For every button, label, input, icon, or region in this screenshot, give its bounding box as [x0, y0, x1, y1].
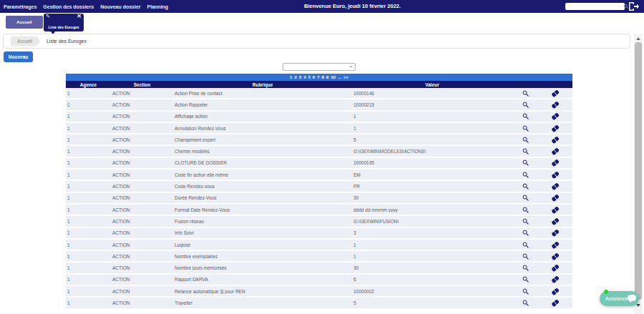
erase-row-button[interactable]: [538, 206, 572, 214]
view-row-button[interactable]: [512, 90, 538, 97]
scrollbar-thumb[interactable]: [635, 42, 642, 300]
view-row-button[interactable]: [512, 195, 538, 201]
view-row-button[interactable]: [512, 230, 538, 236]
view-row-button[interactable]: [512, 288, 538, 295]
view-row-button[interactable]: [512, 148, 538, 154]
cell-valeur: 10000002: [352, 289, 512, 294]
cell-agence: 1: [66, 289, 111, 294]
erase-row-button[interactable]: [538, 299, 572, 307]
view-row-button[interactable]: [512, 125, 538, 132]
page-link[interactable]: 10: [331, 74, 336, 81]
page-link[interactable]: 1: [290, 74, 292, 81]
erase-row-button[interactable]: [538, 194, 572, 202]
erase-row-button[interactable]: [538, 171, 572, 179]
erase-row-button[interactable]: [538, 275, 572, 283]
page-link[interactable]: 6: [313, 74, 315, 81]
erase-row-button[interactable]: [538, 159, 572, 167]
erase-row-button[interactable]: [538, 241, 572, 249]
cell-agence: 1: [66, 230, 111, 235]
table-row: 1 ACTION Action Prise de contact 1000014…: [66, 88, 572, 98]
erase-row-button[interactable]: [538, 229, 572, 237]
page-link[interactable]: 7: [317, 74, 319, 81]
magnifier-icon: [522, 102, 529, 108]
table-header: Agence Section Rubrique Valeur: [66, 81, 572, 88]
view-row-button[interactable]: [512, 183, 538, 190]
cell-rubrique: Action Rappeler: [173, 102, 352, 107]
magnifier-icon: [522, 172, 529, 178]
scroll-down-arrow-icon[interactable]: [636, 304, 640, 307]
erase-row-button[interactable]: [538, 217, 572, 225]
col-header-section: Section: [111, 82, 173, 87]
menu-planning[interactable]: Planning: [147, 4, 169, 9]
page-link[interactable]: 2: [294, 74, 296, 81]
page-link[interactable]: 4: [303, 74, 306, 81]
table-row: 1 ACTION Nombre jours mémorisés 30: [66, 263, 572, 273]
table-row: 1 ACTION Nombre exemplaires 1: [66, 251, 572, 261]
erase-row-button[interactable]: [538, 136, 572, 144]
view-row-button[interactable]: [512, 218, 538, 225]
view-row-button[interactable]: [512, 137, 538, 143]
table-row: 1 ACTION Code fin action elle même EM: [66, 170, 572, 180]
cell-valeur: 6: [352, 277, 512, 282]
view-row-button[interactable]: [512, 253, 538, 260]
page-link[interactable]: ...: [338, 74, 341, 81]
new-button[interactable]: Nouveau: [4, 51, 33, 62]
erase-row-button[interactable]: [538, 89, 572, 97]
cell-agence: 1: [66, 195, 111, 200]
chevron-down-icon: ⌄: [348, 63, 353, 69]
magnifier-icon: [522, 183, 529, 190]
erase-row-button[interactable]: [538, 112, 572, 120]
cell-rubrique: CLOTURE DE DOSSIER: [173, 160, 352, 165]
close-tab-icon[interactable]: ✕: [77, 13, 82, 19]
cell-agence: 1: [66, 277, 111, 282]
cell-valeur: 5: [352, 137, 512, 142]
magnifier-icon: [522, 276, 529, 283]
page-link[interactable]: 9: [326, 74, 328, 81]
erase-row-button[interactable]: [538, 147, 572, 155]
tab-label: Liste des Eurogex: [44, 25, 84, 29]
erase-row-button[interactable]: [538, 288, 572, 295]
erase-row-button[interactable]: [538, 264, 572, 272]
view-row-button[interactable]: [512, 265, 538, 271]
assistance-chat-widget[interactable]: Assistance: [600, 291, 639, 306]
search-input[interactable]: [565, 4, 623, 9]
cell-section: ACTION: [111, 254, 173, 259]
cell-agence: 1: [66, 254, 111, 259]
menu-parametrages[interactable]: Paramétrages: [4, 4, 36, 9]
page-link[interactable]: 8: [322, 74, 324, 81]
view-row-button[interactable]: [512, 300, 538, 306]
table-row: 1 ACTION Format Date Rendez-Vous dddd dd…: [66, 205, 572, 215]
view-row-button[interactable]: [512, 160, 538, 166]
menu-gestion-des-dossiers[interactable]: Gestion des dossiers: [43, 4, 94, 9]
edit-pencil-icon: ✎: [46, 14, 50, 19]
tab-liste-des-eurogex[interactable]: ✎ ✕ Liste des Eurogex: [44, 14, 84, 31]
eraser-icon: [551, 136, 560, 144]
tab-accueil[interactable]: Accueil: [6, 16, 43, 29]
view-row-button[interactable]: [512, 207, 538, 213]
page-link[interactable]: 5: [308, 74, 310, 81]
table-row: 1 ACTION Info Suivi 3: [66, 228, 572, 238]
erase-row-button[interactable]: [538, 101, 572, 109]
erase-row-button[interactable]: [538, 182, 572, 190]
view-row-button[interactable]: [512, 102, 538, 108]
view-row-button[interactable]: [512, 113, 538, 119]
cell-valeur: dddd dd mmmm yyyy: [352, 207, 512, 212]
erase-row-button[interactable]: [538, 252, 572, 260]
menu-nouveau-dossier[interactable]: Nouveau dossier: [100, 4, 140, 9]
scroll-up-arrow-icon[interactable]: [636, 37, 640, 40]
cell-agence: 1: [66, 300, 111, 305]
cell-rubrique: Fusion réseau: [173, 219, 352, 224]
eraser-icon: [551, 229, 560, 237]
view-row-button[interactable]: [512, 276, 538, 283]
erase-row-button[interactable]: [538, 124, 572, 132]
view-row-button[interactable]: [512, 172, 538, 178]
filter-select[interactable]: ⌄: [283, 63, 356, 71]
eraser-icon: [551, 194, 560, 202]
page-link[interactable]: >>: [343, 74, 348, 81]
view-row-button[interactable]: [512, 242, 538, 248]
breadcrumb-home[interactable]: Accueil: [11, 36, 40, 46]
page-link[interactable]: 3: [299, 74, 301, 81]
logout-button[interactable]: [628, 1, 639, 11]
vertical-scrollbar[interactable]: [634, 34, 643, 314]
cell-section: ACTION: [111, 289, 173, 294]
